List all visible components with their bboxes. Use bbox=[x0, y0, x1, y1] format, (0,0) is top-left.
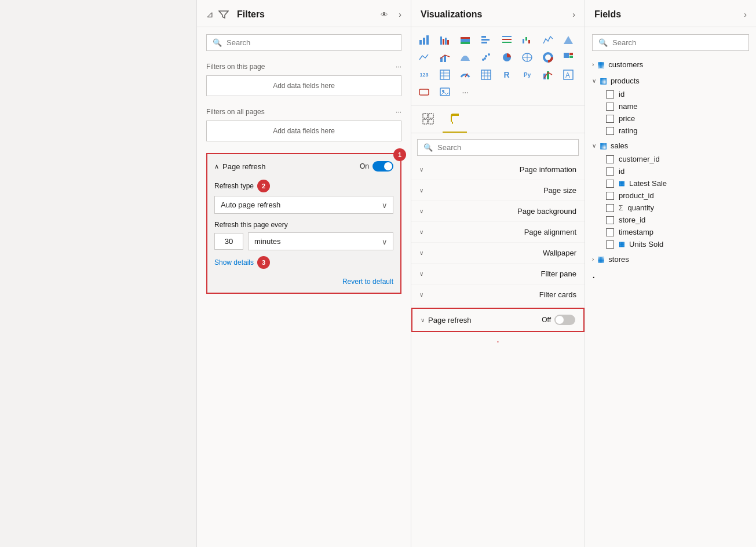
filters-search-input[interactable] bbox=[227, 38, 395, 47]
field-group-customers-header[interactable]: › ▦ customers bbox=[585, 57, 756, 72]
viz-tab-format[interactable] bbox=[443, 109, 467, 133]
svg-point-23 bbox=[485, 55, 487, 57]
filters-page-add-box[interactable]: Add data fields here bbox=[206, 75, 401, 96]
refresh-unit-select[interactable]: minutes seconds hours bbox=[248, 232, 393, 250]
field-item-sales-id[interactable]: id bbox=[585, 165, 756, 177]
fields-dot-indicator: · bbox=[585, 268, 756, 286]
sales-timestamp-checkbox[interactable] bbox=[606, 228, 614, 236]
viz-icon-scatter[interactable] bbox=[478, 49, 494, 65]
viz-section-page-align[interactable]: ∨ Page alignment bbox=[411, 222, 585, 243]
viz-icon-line-list[interactable] bbox=[499, 32, 515, 48]
svg-rect-5 bbox=[445, 38, 447, 45]
viz-chevron-icon[interactable]: › bbox=[572, 10, 575, 19]
viz-icon-more[interactable]: ··· bbox=[457, 84, 473, 100]
refresh-type-select[interactable]: Auto page refresh bbox=[214, 196, 393, 214]
field-item-products-name[interactable]: name bbox=[585, 100, 756, 112]
viz-icon-page-nav[interactable] bbox=[416, 84, 432, 100]
page-refresh-chevron[interactable]: ∧ bbox=[214, 163, 219, 170]
viz-icon-num-card[interactable]: 123 bbox=[416, 67, 432, 83]
sales-id-checkbox[interactable] bbox=[606, 167, 614, 176]
viz-icon-kpi[interactable] bbox=[540, 67, 556, 83]
show-details-link[interactable]: Show details bbox=[214, 258, 254, 267]
viz-tab-build[interactable] bbox=[416, 109, 440, 133]
products-name-checkbox[interactable] bbox=[606, 103, 614, 111]
viz-icon-100pct-bar[interactable] bbox=[457, 32, 473, 48]
viz-icon-line[interactable] bbox=[416, 49, 432, 65]
viz-icon-map[interactable] bbox=[519, 49, 535, 65]
sales-customerid-checkbox[interactable] bbox=[606, 155, 614, 163]
viz-search-input[interactable] bbox=[437, 143, 572, 152]
field-item-sales-units-sold[interactable]: ▦ Units Sold bbox=[585, 238, 756, 250]
viz-section-filter-cards[interactable]: ∨ Filter cards bbox=[411, 285, 585, 305]
viz-icon-bar-h[interactable] bbox=[478, 32, 494, 48]
filters-search-box[interactable]: 🔍 bbox=[206, 34, 401, 51]
filters-page-menu-icon[interactable]: ··· bbox=[396, 63, 401, 71]
refresh-unit-wrapper: minutes seconds hours ∨ bbox=[248, 232, 393, 250]
viz-icon-mountain[interactable] bbox=[560, 32, 576, 48]
viz-section-page-bg[interactable]: ∨ Page background bbox=[411, 201, 585, 222]
badge-1: 1 bbox=[393, 148, 406, 161]
fields-search-box[interactable]: 🔍 bbox=[592, 34, 749, 51]
sales-productid-checkbox[interactable] bbox=[606, 192, 614, 200]
viz-icon-table[interactable] bbox=[437, 67, 453, 83]
field-group-sales: ∨ ▦ sales customer_id id ▦ Latest Sale p… bbox=[585, 138, 756, 250]
field-item-sales-timestamp[interactable]: timestamp bbox=[585, 226, 756, 238]
viz-icon-donut[interactable] bbox=[540, 49, 556, 65]
fields-chevron-icon[interactable]: › bbox=[744, 10, 747, 19]
filters-allpages-add-box[interactable]: Add data fields here bbox=[206, 121, 401, 141]
viz-icon-gauge[interactable] bbox=[457, 67, 473, 83]
viz-section-filter-pane[interactable]: ∨ Filter pane bbox=[411, 264, 585, 285]
svg-rect-3 bbox=[440, 37, 442, 45]
field-item-sales-product-id[interactable]: product_id bbox=[585, 189, 756, 202]
viz-icon-python[interactable]: Py bbox=[519, 67, 535, 83]
viz-icon-waterfall[interactable] bbox=[519, 32, 535, 48]
viz-icon-ribbon[interactable] bbox=[457, 49, 473, 65]
viz-section-chevron-pagesize: ∨ bbox=[419, 187, 423, 194]
products-price-checkbox[interactable] bbox=[606, 115, 614, 123]
field-group-sales-header[interactable]: ∨ ▦ sales bbox=[585, 138, 756, 153]
sales-latestsale-checkbox[interactable] bbox=[606, 180, 614, 188]
filters-search-icon: 🔍 bbox=[213, 38, 222, 47]
sales-unitssold-checkbox[interactable] bbox=[606, 240, 614, 249]
field-item-products-price[interactable]: price bbox=[585, 112, 756, 125]
field-group-stores-header[interactable]: › ▦ stores bbox=[585, 251, 756, 267]
products-id-checkbox[interactable] bbox=[606, 90, 614, 99]
page-refresh-toggle[interactable] bbox=[372, 161, 393, 172]
field-item-products-rating[interactable]: rating bbox=[585, 125, 756, 137]
field-item-products-id[interactable]: id bbox=[585, 88, 756, 100]
products-rating-checkbox[interactable] bbox=[606, 127, 614, 135]
field-item-sales-customer-id[interactable]: customer_id bbox=[585, 153, 756, 165]
viz-icon-pie[interactable] bbox=[499, 49, 515, 65]
viz-page-refresh-toggle[interactable] bbox=[554, 315, 575, 325]
field-item-sales-quantity[interactable]: Σ quantity bbox=[585, 202, 756, 214]
viz-search-box[interactable]: 🔍 bbox=[417, 139, 579, 156]
viz-icon-matrix[interactable] bbox=[478, 67, 494, 83]
sales-quantity-checkbox[interactable] bbox=[606, 204, 614, 212]
fields-search-input[interactable] bbox=[612, 38, 743, 47]
filters-allpages-menu-icon[interactable]: ··· bbox=[396, 108, 401, 116]
field-item-sales-store-id[interactable]: store_id bbox=[585, 214, 756, 226]
viz-section-page-refresh[interactable]: ∨ Page refresh Off bbox=[412, 309, 583, 331]
viz-section-page-size[interactable]: ∨ Page size bbox=[411, 180, 585, 201]
viz-icon-text[interactable]: A bbox=[560, 67, 576, 83]
revert-to-default-link[interactable]: Revert to default bbox=[214, 277, 393, 286]
viz-icon-stacked-bar[interactable] bbox=[416, 32, 432, 48]
viz-toggle-thumb-off bbox=[556, 316, 564, 324]
field-item-sales-latest-sale[interactable]: ▦ Latest Sale bbox=[585, 177, 756, 189]
viz-icon-image[interactable] bbox=[437, 84, 453, 100]
viz-section-wallpaper[interactable]: ∨ Wallpaper bbox=[411, 243, 585, 264]
viz-section-page-info[interactable]: ∨ Page information bbox=[411, 159, 585, 180]
viz-icon-area[interactable] bbox=[540, 32, 556, 48]
refresh-number-input[interactable] bbox=[214, 233, 243, 250]
viz-icon-combo[interactable] bbox=[437, 49, 453, 65]
viz-icon-clustered-bar[interactable] bbox=[437, 32, 453, 48]
viz-icon-r[interactable]: R bbox=[499, 67, 515, 83]
svg-rect-2 bbox=[426, 35, 429, 45]
sales-storeid-checkbox[interactable] bbox=[606, 216, 614, 224]
filters-chevron-icon[interactable]: › bbox=[399, 10, 401, 19]
field-group-products-header[interactable]: ∨ ▦ products bbox=[585, 73, 756, 88]
viz-icon-tree[interactable] bbox=[560, 49, 576, 65]
page-refresh-section: ∧ Page refresh On 1 Refresh type 2 Auto … bbox=[206, 153, 401, 294]
sales-unitssold-calc-icon: ▦ bbox=[619, 240, 624, 248]
filters-eye-icon[interactable]: 👁 bbox=[381, 10, 388, 19]
